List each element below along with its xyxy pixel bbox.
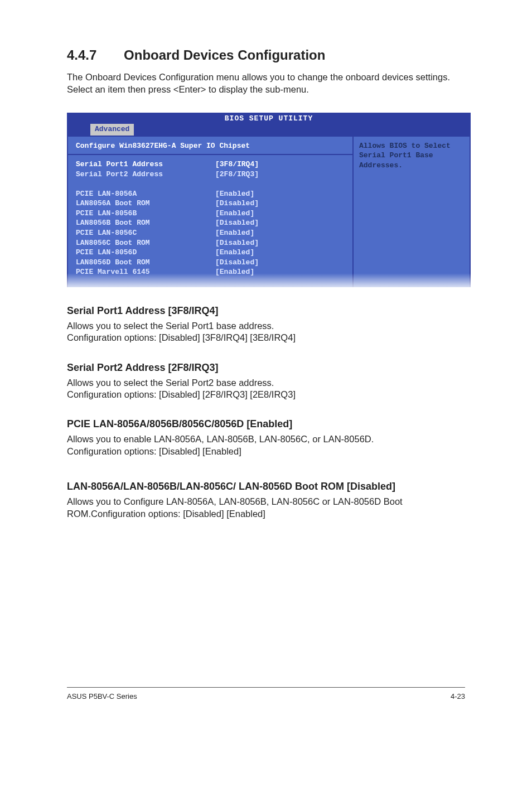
footer-right: 4-23	[451, 692, 465, 700]
page-footer: ASUS P5BV-C Series 4-23	[67, 687, 465, 700]
bios-row[interactable]: Serial Port1 Address[3F8/IRQ4]	[68, 160, 352, 170]
sub2-line2: Configuration options: [Disabled] [2F8/I…	[67, 389, 471, 400]
sub1-line2: Configuration options: [Disabled] [3F8/I…	[67, 332, 471, 344]
bios-row-value: [Disabled]	[215, 258, 259, 268]
bios-row-label: PCIE Marvell 6145	[76, 267, 215, 277]
bios-subheading: Configure Win83627EHG-A Super IO Chipset	[68, 141, 352, 153]
bios-row-value: [Disabled]	[215, 238, 259, 248]
bios-row[interactable]: PCIE Marvell 6145[Enabled]	[68, 267, 352, 277]
sub3-line2: Configuration options: [Disabled] [Enabl…	[67, 446, 471, 457]
bios-row[interactable]: PCIE LAN-8056B[Enabled]	[68, 209, 352, 219]
bios-left-pane: Configure Win83627EHG-A Super IO Chipset…	[68, 137, 352, 287]
sub2-line1: Allows you to select the Serial Port2 ba…	[67, 377, 471, 389]
bios-row-value: [Enabled]	[215, 248, 254, 258]
bios-row-value: [3F8/IRQ4]	[215, 160, 259, 170]
bios-screenshot: BIOS SETUP UTILITY Advanced Configure Wi…	[67, 113, 471, 287]
bios-row[interactable]: PCIE LAN-8056D[Enabled]	[68, 248, 352, 258]
section-name: Onboard Devices Configuration	[124, 47, 325, 63]
bios-row[interactable]: LAN8056C Boot ROM[Disabled]	[68, 238, 352, 248]
bios-divider	[68, 154, 352, 155]
section-number: 4.4.7	[67, 47, 96, 63]
bios-row-value: [Enabled]	[215, 209, 254, 219]
bios-row-value: [2F8/IRQ3]	[215, 170, 259, 180]
bios-row[interactable]: PCIE LAN-8056A[Enabled]	[68, 189, 352, 199]
sub3-line1: Allows you to enable LAN-8056A, LAN-8056…	[67, 433, 471, 445]
bios-row[interactable]: LAN8056A Boot ROM[Disabled]	[68, 199, 352, 209]
bios-row[interactable]: Serial Port2 Address[2F8/IRQ3]	[68, 170, 352, 180]
bios-row-label: PCIE LAN-8056A	[76, 189, 215, 199]
bios-row[interactable]: LAN8056B Boot ROM[Disabled]	[68, 218, 352, 228]
bios-row-label: PCIE LAN-8056D	[76, 248, 215, 258]
section-heading: 4.4.7 Onboard Devices Configuration	[67, 47, 471, 63]
bios-row-value: [Enabled]	[215, 267, 254, 277]
bios-row-label: PCIE LAN-8056B	[76, 209, 215, 219]
bios-row[interactable]: PCIE LAN-8056C[Enabled]	[68, 228, 352, 238]
sub4-title: LAN-8056A/LAN-8056B/LAN-8056C/ LAN-8056D…	[67, 481, 471, 492]
bios-title: BIOS SETUP UTILITY	[67, 113, 471, 124]
section-intro: The Onboard Devices Configuration menu a…	[67, 71, 471, 96]
sub3-title: PCIE LAN-8056A/8056B/8056C/8056D [Enable…	[67, 418, 471, 430]
bios-row-value: [Disabled]	[215, 218, 259, 228]
bios-tab-advanced[interactable]: Advanced	[90, 124, 134, 136]
bios-row-label: PCIE LAN-8056C	[76, 228, 215, 238]
bios-row-label: LAN8056B Boot ROM	[76, 218, 215, 228]
bios-row-label: Serial Port2 Address	[76, 170, 215, 180]
bios-row-value: [Enabled]	[215, 189, 254, 199]
sub1-line1: Allows you to select the Serial Port1 ba…	[67, 320, 471, 332]
bios-tabbar: Advanced	[67, 124, 471, 137]
bios-row[interactable]: LAN8056D Boot ROM[Disabled]	[68, 258, 352, 268]
bios-help-pane: Allows BIOS to Select Serial Port1 Base …	[352, 137, 470, 287]
bios-row-label: LAN8056D Boot ROM	[76, 258, 215, 268]
bios-row-label: LAN8056C Boot ROM	[76, 238, 215, 248]
sub1-title: Serial Port1 Address [3F8/IRQ4]	[67, 305, 471, 317]
sub4-line1: Allows you to Configure LAN-8056A, LAN-8…	[67, 496, 471, 520]
bios-row-value: [Enabled]	[215, 228, 254, 238]
sub2-title: Serial Port2 Address [2F8/IRQ3]	[67, 362, 471, 374]
bios-row-label: Serial Port1 Address	[76, 160, 215, 170]
bios-row-label: LAN8056A Boot ROM	[76, 199, 215, 209]
bios-row-value: [Disabled]	[215, 199, 259, 209]
footer-left: ASUS P5BV-C Series	[67, 692, 137, 700]
bios-row	[68, 179, 352, 189]
